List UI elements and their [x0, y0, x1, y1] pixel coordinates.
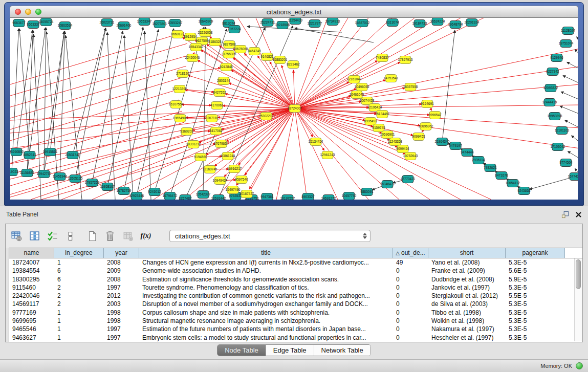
- table-cell[interactable]: Wolkin et al. (1998): [428, 317, 506, 325]
- graph-node[interactable]: 16796472: [163, 192, 178, 200]
- graph-node[interactable]: 15273801: [153, 20, 167, 28]
- graph-node[interactable]: 9947361: [260, 193, 274, 200]
- graph-node[interactable]: 16624224: [430, 18, 445, 26]
- column-header-out-degree[interactable]: △out_de...: [393, 248, 428, 258]
- graph-node[interactable]: 10553247: [168, 19, 183, 27]
- table-cell[interactable]: 1998: [104, 309, 139, 317]
- graph-node[interactable]: 25302213: [259, 113, 274, 120]
- table-cell[interactable]: 9699695: [9, 317, 54, 325]
- table-cell[interactable]: 2: [54, 292, 104, 300]
- graph-node[interactable]: 10782643: [403, 152, 418, 160]
- graph-node[interactable]: 8660123: [171, 31, 184, 38]
- graph-node[interactable]: 14691272: [321, 195, 336, 200]
- graph-node[interactable]: 10863534: [58, 22, 73, 30]
- graph-node[interactable]: 9919023: [10, 168, 18, 176]
- graph-node[interactable]: 2718120: [176, 70, 189, 78]
- graph-node[interactable]: 4170061: [210, 102, 224, 110]
- graph-node[interactable]: 26023731: [100, 19, 115, 27]
- table-cell[interactable]: 0: [393, 309, 428, 317]
- graph-node[interactable]: 20531742: [66, 151, 80, 159]
- graph-node[interactable]: 19915861: [43, 148, 58, 156]
- graph-node[interactable]: 9827508: [223, 41, 236, 49]
- graph-node[interactable]: 10496055: [355, 83, 369, 91]
- table-cell[interactable]: 2003: [104, 300, 139, 308]
- table-cell[interactable]: 2008: [104, 275, 139, 283]
- table-cell[interactable]: 22420046: [9, 292, 54, 300]
- graph-node[interactable]: 19751074: [559, 40, 574, 48]
- graph-node[interactable]: 12161049: [347, 76, 362, 83]
- graph-node[interactable]: 14753541: [384, 75, 399, 82]
- table-cell[interactable]: Stergiakouli et al. (2012): [428, 292, 506, 300]
- graph-node[interactable]: 16774332: [568, 173, 578, 181]
- column-header-year[interactable]: year: [104, 248, 139, 258]
- graph-node[interactable]: 11451944: [53, 173, 68, 181]
- graph-node[interactable]: 10653347: [137, 18, 152, 26]
- table-cell[interactable]: 5.3E-5: [506, 258, 565, 267]
- graph-node[interactable]: 9146821: [260, 53, 274, 61]
- table-cell[interactable]: 9777169: [9, 309, 54, 317]
- graph-node[interactable]: 12770421: [401, 176, 416, 183]
- table-row[interactable]: 946554611997Estimation of the future num…: [9, 325, 574, 333]
- graph-node[interactable]: 9360203: [180, 128, 193, 136]
- graph-node[interactable]: 8471676: [495, 172, 508, 180]
- table-row[interactable]: 911546021997Tourette syndrome. Phenomeno…: [9, 283, 574, 292]
- graph-node[interactable]: 15134454: [309, 138, 323, 146]
- tab-network-table[interactable]: Network Table: [314, 345, 371, 356]
- table-cell[interactable]: 2009: [104, 267, 139, 275]
- table-cell[interactable]: 1998: [104, 317, 139, 325]
- graph-node[interactable]: 25224731: [260, 19, 275, 27]
- graph-node[interactable]: 10542377: [196, 191, 211, 199]
- graph-node[interactable]: 8912954: [184, 33, 197, 41]
- graph-node[interactable]: 12217977: [308, 20, 322, 28]
- show-columns-checklist-icon[interactable]: [47, 230, 58, 242]
- graph-node[interactable]: 11254439: [288, 18, 303, 25]
- table-row[interactable]: 1456911722003Disruption of a novel membe…: [9, 300, 574, 308]
- graph-node[interactable]: 10197557: [280, 195, 295, 200]
- graph-node[interactable]: 9245012: [148, 188, 161, 196]
- graph-node[interactable]: 8186328: [208, 38, 222, 46]
- tab-node-table[interactable]: Node Table: [217, 345, 266, 356]
- table-row[interactable]: 969969511998Structural magnetic resonanc…: [9, 317, 574, 325]
- delete-table-icon[interactable]: [104, 230, 116, 242]
- graph-node[interactable]: 14055724: [39, 18, 54, 26]
- table-cell[interactable]: 0: [393, 267, 428, 275]
- graph-node[interactable]: 12444419: [542, 99, 557, 106]
- window-titlebar[interactable]: citations_edges.txt: [10, 6, 578, 18]
- table-cell[interactable]: Jankovic et al. (1997): [428, 283, 506, 292]
- graph-node[interactable]: 9474444: [461, 149, 474, 157]
- table-cell[interactable]: 0: [393, 275, 428, 283]
- table-cell[interactable]: 1: [54, 309, 104, 317]
- table-cell[interactable]: 5.3E-5: [506, 325, 565, 333]
- table-cell[interactable]: 19384554: [9, 267, 54, 275]
- table-cell[interactable]: 1: [54, 317, 104, 325]
- graph-node[interactable]: 9227342: [546, 68, 559, 76]
- graph-node[interactable]: 22420046: [185, 54, 200, 62]
- graph-node[interactable]: 10167427: [239, 190, 254, 198]
- table-cell[interactable]: 0: [393, 283, 428, 292]
- graph-node[interactable]: 20676068: [233, 46, 248, 53]
- table-cell[interactable]: 2: [54, 283, 104, 292]
- table-row[interactable]: 1938455462009Genome-wide association stu…: [9, 267, 574, 275]
- table-cell[interactable]: 0: [393, 325, 428, 333]
- table-cell[interactable]: 2: [54, 300, 104, 308]
- table-cell[interactable]: 5.3E-5: [506, 283, 565, 292]
- table-selector-dropdown[interactable]: citations_edges.txt: [169, 230, 371, 242]
- graph-node[interactable]: 15885201: [273, 56, 288, 64]
- graph-node[interactable]: 19218586: [275, 21, 290, 29]
- graph-node[interactable]: 17857913: [398, 56, 413, 64]
- graph-node[interactable]: 7932621: [484, 164, 497, 172]
- column-header-short[interactable]: short: [428, 248, 506, 258]
- graph-node[interactable]: 13505135: [68, 175, 83, 183]
- graph-node[interactable]: 15497496: [226, 186, 241, 194]
- graph-node[interactable]: 16543342: [189, 43, 204, 51]
- graph-node[interactable]: 6479197: [449, 142, 462, 150]
- table-cell[interactable]: 49: [393, 258, 428, 267]
- table-cell[interactable]: 5.5E-5: [506, 292, 565, 300]
- graph-node[interactable]: 10949424: [213, 177, 228, 185]
- table-cell[interactable]: Franke et al. (2009): [428, 267, 506, 275]
- table-cell[interactable]: 5.9E-5: [506, 275, 565, 283]
- table-cell[interactable]: 5.3E-5: [506, 300, 565, 308]
- graph-node[interactable]: 9774504: [559, 159, 573, 167]
- graph-node[interactable]: 20201924: [465, 19, 480, 27]
- graph-node[interactable]: 9099454: [396, 145, 409, 153]
